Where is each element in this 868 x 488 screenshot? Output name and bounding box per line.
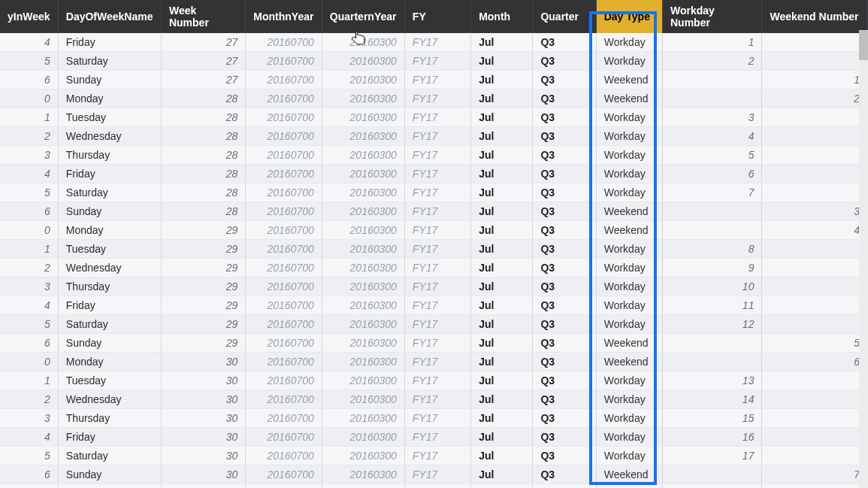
cell-weekNumber[interactable]: 28: [161, 165, 245, 183]
cell-fy[interactable]: FY17: [404, 409, 470, 428]
cell-quarternYear[interactable]: 20160300: [322, 409, 404, 428]
cell-fy[interactable]: FY17: [404, 146, 470, 165]
cell-weekendNumber[interactable]: [762, 371, 868, 390]
cell-dayType[interactable]: Workday: [596, 240, 662, 259]
cell-quarternYear[interactable]: 20160300: [322, 33, 404, 52]
table-row[interactable]: 4Friday292016070020160300FY17JulQ3Workda…: [0, 296, 868, 315]
cell-quarternYear[interactable]: 20160300: [322, 465, 404, 484]
table-row[interactable]: 2Wednesday282016070020160300FY17JulQ3Wor…: [0, 127, 868, 146]
cell-month[interactable]: Jul: [471, 428, 533, 447]
cell-weekendNumber[interactable]: [762, 240, 868, 259]
cell-monthnYear[interactable]: 20160700: [246, 259, 322, 277]
cell-quarternYear[interactable]: 20160300: [322, 146, 404, 165]
cell-weekendNumber[interactable]: [762, 165, 868, 183]
cell-dayType[interactable]: Workday: [596, 447, 662, 465]
cell-month[interactable]: Jul: [471, 447, 533, 465]
cell-dayType[interactable]: Workday: [596, 183, 662, 202]
cell-weekNumber[interactable]: 29: [161, 259, 245, 277]
cell-dayOfWeekName[interactable]: Wednesday: [58, 127, 161, 146]
cell-dayOfWeekName[interactable]: Monday: [58, 353, 161, 371]
column-header-weekendNumber[interactable]: Weekend Number: [762, 0, 868, 33]
table-row[interactable]: 5Saturday292016070020160300FY17JulQ3Work…: [0, 315, 868, 334]
cell-weekendNumber[interactable]: [762, 390, 868, 409]
cell-quarternYear[interactable]: 20160300: [322, 183, 404, 202]
cell-quarter[interactable]: Q3: [533, 447, 596, 465]
cell-workdayNumber[interactable]: 3: [663, 108, 762, 127]
cell-dayInWeek[interactable]: 0: [0, 353, 58, 371]
cell-dayInWeek[interactable]: 1: [0, 240, 58, 259]
cell-dayOfWeekName[interactable]: Saturday: [58, 183, 161, 202]
cell-monthnYear[interactable]: 20160700: [246, 146, 322, 165]
cell-dayType[interactable]: Workday: [596, 108, 662, 127]
table-row[interactable]: 0Monday312016070020160300FY17JulQ3Weeken…: [0, 484, 868, 489]
cell-monthnYear[interactable]: 20160700: [246, 108, 322, 127]
table-row[interactable]: 4Friday272016070020160300FY17JulQ3Workda…: [0, 33, 868, 52]
cell-weekendNumber[interactable]: [762, 127, 868, 146]
cell-dayInWeek[interactable]: 1: [0, 371, 58, 390]
cell-dayType[interactable]: Workday: [596, 259, 662, 277]
cell-dayInWeek[interactable]: 6: [0, 334, 58, 353]
cell-quarternYear[interactable]: 20160300: [322, 428, 404, 447]
cell-dayInWeek[interactable]: 3: [0, 409, 58, 428]
column-header-workdayNumber[interactable]: Workday Number: [663, 0, 762, 33]
cell-monthnYear[interactable]: 20160700: [246, 465, 322, 484]
cell-dayInWeek[interactable]: 4: [0, 296, 58, 315]
cell-workdayNumber[interactable]: 6: [663, 165, 762, 183]
cell-fy[interactable]: FY17: [404, 33, 470, 52]
cell-workdayNumber[interactable]: 2: [663, 52, 762, 71]
cell-weekendNumber[interactable]: [762, 52, 868, 71]
cell-workdayNumber[interactable]: [663, 202, 762, 221]
cell-workdayNumber[interactable]: 4: [663, 127, 762, 146]
cell-month[interactable]: Jul: [471, 183, 533, 202]
cell-workdayNumber[interactable]: 17: [663, 447, 762, 465]
cell-monthnYear[interactable]: 20160700: [246, 165, 322, 183]
vertical-scrollbar[interactable]: [859, 30, 868, 488]
cell-month[interactable]: Jul: [471, 484, 533, 489]
cell-month[interactable]: Jul: [471, 127, 533, 146]
cell-month[interactable]: Jul: [471, 390, 533, 409]
cell-weekendNumber[interactable]: 1: [762, 71, 868, 89]
cell-workdayNumber[interactable]: 1: [663, 33, 762, 52]
cell-dayOfWeekName[interactable]: Thursday: [58, 146, 161, 165]
cell-weekNumber[interactable]: 29: [161, 221, 245, 240]
cell-dayType[interactable]: Workday: [596, 127, 662, 146]
cell-monthnYear[interactable]: 20160700: [246, 390, 322, 409]
cell-quarternYear[interactable]: 20160300: [322, 334, 404, 353]
cell-quarternYear[interactable]: 20160300: [322, 202, 404, 221]
cell-dayInWeek[interactable]: 2: [0, 259, 58, 277]
cell-weekNumber[interactable]: 29: [161, 277, 245, 296]
cell-fy[interactable]: FY17: [404, 447, 470, 465]
cell-dayInWeek[interactable]: 6: [0, 202, 58, 221]
cell-quarter[interactable]: Q3: [533, 484, 596, 489]
cell-month[interactable]: Jul: [471, 108, 533, 127]
cell-weekendNumber[interactable]: 2: [762, 89, 868, 108]
cell-weekendNumber[interactable]: 8: [762, 484, 868, 489]
cell-month[interactable]: Jul: [471, 315, 533, 334]
cell-workdayNumber[interactable]: [663, 465, 762, 484]
cell-dayType[interactable]: Weekend: [596, 71, 662, 89]
cell-weekendNumber[interactable]: [762, 447, 868, 465]
cell-weekNumber[interactable]: 30: [161, 371, 245, 390]
cell-workdayNumber[interactable]: [663, 334, 762, 353]
cell-dayType[interactable]: Weekend: [596, 202, 662, 221]
cell-dayOfWeekName[interactable]: Sunday: [58, 71, 161, 89]
cell-dayInWeek[interactable]: 0: [0, 221, 58, 240]
table-row[interactable]: 6Sunday292016070020160300FY17JulQ3Weeken…: [0, 334, 868, 353]
cell-quarter[interactable]: Q3: [533, 71, 596, 89]
cell-dayOfWeekName[interactable]: Sunday: [58, 202, 161, 221]
cell-weekNumber[interactable]: 30: [161, 447, 245, 465]
cell-weekendNumber[interactable]: 3: [762, 202, 868, 221]
cell-workdayNumber[interactable]: 8: [663, 240, 762, 259]
cell-monthnYear[interactable]: 20160700: [246, 315, 322, 334]
cell-monthnYear[interactable]: 20160700: [246, 428, 322, 447]
cell-fy[interactable]: FY17: [404, 127, 470, 146]
cell-monthnYear[interactable]: 20160700: [246, 183, 322, 202]
cell-weekNumber[interactable]: 30: [161, 428, 245, 447]
cell-month[interactable]: Jul: [471, 334, 533, 353]
cell-quarter[interactable]: Q3: [533, 428, 596, 447]
cell-dayType[interactable]: Workday: [596, 52, 662, 71]
cell-dayOfWeekName[interactable]: Wednesday: [58, 259, 161, 277]
cell-dayType[interactable]: Workday: [596, 165, 662, 183]
cell-quarter[interactable]: Q3: [533, 52, 596, 71]
cell-dayInWeek[interactable]: 2: [0, 127, 58, 146]
